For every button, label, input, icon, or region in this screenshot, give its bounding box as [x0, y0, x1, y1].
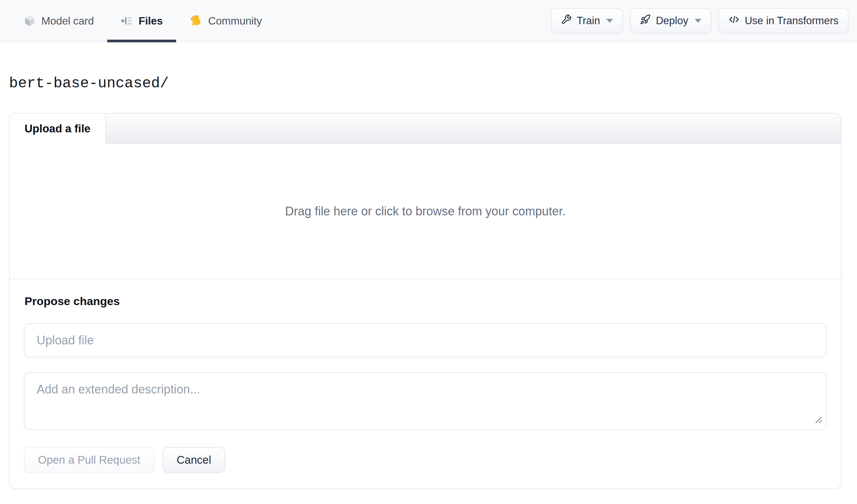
upload-card-tab-bar-filler: [106, 114, 841, 144]
tab-files[interactable]: Files: [107, 0, 176, 42]
cancel-button[interactable]: Cancel: [163, 447, 225, 473]
tab-files-label: Files: [138, 15, 163, 27]
tab-community[interactable]: Community: [176, 0, 275, 42]
upload-card-tab-bar: Upload a file: [10, 114, 841, 144]
file-dropzone[interactable]: Drag file here or click to browse from y…: [10, 144, 841, 279]
chevron-down-icon: [606, 19, 613, 23]
rocket-icon: [640, 14, 651, 28]
train-button[interactable]: Train: [551, 8, 623, 34]
upload-file-input[interactable]: [24, 323, 827, 357]
cube-icon: [23, 15, 36, 27]
breadcrumb-path: bert-base-uncased/: [9, 75, 169, 92]
upload-card: Upload a file Drag file here or click to…: [9, 113, 842, 489]
train-button-label: Train: [577, 15, 600, 27]
extended-description-textarea[interactable]: [24, 372, 827, 430]
tab-upload-a-file[interactable]: Upload a file: [10, 114, 106, 144]
propose-changes-section: Propose changes Open a Pull Request Canc…: [10, 279, 841, 489]
wrench-icon: [561, 14, 572, 28]
breadcrumb[interactable]: bert-base-uncased/: [9, 74, 857, 92]
tab-model-card[interactable]: Model card: [23, 0, 107, 42]
code-icon: [728, 14, 740, 28]
dropzone-hint-text: Drag file here or click to browse from y…: [285, 204, 565, 218]
chevron-down-icon: [695, 19, 701, 23]
repo-header: Model card Files: [0, 0, 857, 42]
deploy-button[interactable]: Deploy: [630, 8, 711, 34]
tab-model-card-label: Model card: [41, 15, 94, 27]
files-page-content: bert-base-uncased/ Upload a file Drag fi…: [0, 74, 857, 489]
open-pull-request-button[interactable]: Open a Pull Request: [24, 447, 155, 473]
use-in-transformers-button-label: Use in Transformers: [745, 15, 839, 27]
repo-tab-bar: Model card Files: [0, 0, 275, 42]
textarea-resize-handle[interactable]: [814, 415, 823, 425]
files-list-icon: [121, 15, 133, 27]
repo-action-buttons: Train Deploy: [551, 0, 848, 42]
propose-changes-heading: Propose changes: [24, 295, 827, 308]
use-in-transformers-button[interactable]: Use in Transformers: [718, 8, 848, 34]
extended-description-wrap: [24, 372, 827, 430]
tab-community-label: Community: [208, 15, 262, 27]
propose-actions-row: Open a Pull Request Cancel: [24, 447, 827, 473]
deploy-button-label: Deploy: [656, 15, 688, 27]
waving-hand-icon: [189, 14, 202, 27]
